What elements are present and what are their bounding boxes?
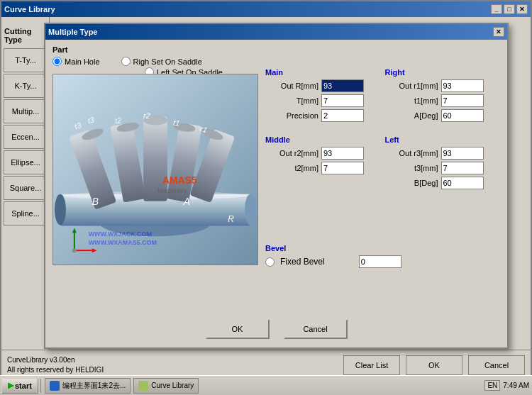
main-out-r-row: Out R[mm] [265, 79, 381, 92]
sidebar: Cutting Type T-Ty... K-Ty... Multip... E… [1, 17, 50, 350]
fixed-bevel-label: Fixed Bevel [280, 257, 325, 267]
editor-icon [50, 381, 60, 391]
start-label: start [15, 382, 32, 390]
bottom-line2: All rights reserved by HELDIGI [7, 365, 104, 375]
clock-display: 7:49 AM [503, 382, 529, 389]
title-bar-buttons: _ □ ✕ [491, 4, 528, 14]
svg-text:t2: t2 [114, 116, 122, 125]
sidebar-section-label: Cutting Type [1, 24, 49, 47]
taskbar: ▶ start 编程主界面1来2去... Curve Library EN 7:… [0, 375, 532, 395]
main-precision-label: Precision [265, 111, 318, 120]
svg-text:WWW.WXAMAS5.COM: WWW.WXAMAS5.COM [89, 239, 157, 246]
svg-text:R: R [228, 214, 234, 224]
middle-out-r2-input[interactable] [321, 147, 364, 160]
bottom-left-info: CurveLibrary v3.00en All rights reserved… [7, 355, 104, 375]
maximize-button[interactable]: □ [504, 4, 515, 14]
taskbar-curve-label: Curve Library [151, 382, 194, 389]
radio-right-set-label: Righ Set On Saddle [133, 57, 202, 66]
svg-text:A: A [183, 196, 190, 207]
main-ok-button[interactable]: OK [406, 355, 462, 375]
middle-section: Middle Out r2[mm] t2[mm] [265, 135, 381, 191]
part-radio-group: Main Hole Righ Set On Saddle [52, 57, 500, 66]
sidebar-item-eccentric[interactable]: Eccen... [4, 125, 48, 149]
middle-out-r2-label: Out r2[mm] [265, 149, 318, 157]
right-out-r1-row: Out r1[mm] [385, 79, 501, 92]
bottom-line1: CurveLibrary v3.00en [7, 355, 104, 365]
right-out-r1-input[interactable] [441, 79, 484, 92]
right-t1-input[interactable] [441, 94, 484, 107]
main-title-bar: Curve Library _ □ ✕ [1, 1, 531, 17]
right-adeg-label: A[Deg] [385, 111, 438, 120]
svg-text:r2: r2 [143, 111, 150, 120]
radio-main-hole-label: Main Hole [65, 57, 100, 66]
radio-main-hole[interactable]: Main Hole [52, 57, 100, 66]
radio-right-set[interactable]: Righ Set On Saddle [121, 57, 202, 66]
main-t-input[interactable] [321, 94, 364, 107]
sidebar-item-spline[interactable]: Spline... [4, 201, 48, 226]
start-button[interactable]: ▶ start [1, 378, 38, 394]
svg-text:Machinery: Machinery [157, 187, 187, 194]
svg-point-4 [245, 194, 256, 226]
left-bdeg-input[interactable] [441, 177, 484, 189]
main-t-label: T[mm] [265, 96, 318, 105]
main-window-title: Curve Library [4, 5, 55, 13]
multiple-type-dialog: Multiple Type ✕ Part Main Hole Righ Set … [44, 23, 509, 349]
radio-main-hole-input[interactable] [52, 57, 62, 66]
main-out-r-label: Out R[mm] [265, 82, 318, 90]
taskbar-divider-1 [40, 379, 41, 393]
taskbar-item-editor[interactable]: 编程主界面1来2去... [45, 378, 131, 394]
language-badge: EN [484, 380, 500, 391]
svg-text:t1: t1 [173, 118, 181, 128]
svg-text:AMAS5: AMAS5 [162, 174, 197, 186]
main-precision-input[interactable] [321, 109, 364, 122]
form-columns: Main Out R[mm] T[mm] Precision Right [265, 68, 500, 199]
middle-t2-label: t2[mm] [265, 164, 318, 172]
sidebar-item-square[interactable]: Square... [4, 176, 48, 200]
fixed-bevel-radio[interactable] [265, 257, 275, 267]
pipe-image-area: t3 t3 t2 r2 t1 r1 B A R WWW.WXJACK.COM [52, 74, 258, 265]
right-section: Right Out r1[mm] t1[mm] A[Deg] [385, 68, 501, 124]
right-adeg-row: A[Deg] [385, 109, 501, 122]
sidebar-item-multiple[interactable]: Multip... [4, 99, 48, 123]
dialog-title-text: Multiple Type [48, 28, 97, 36]
main-out-r-input[interactable] [321, 79, 364, 92]
sidebar-item-k-type[interactable]: K-Ty... [4, 74, 48, 98]
taskbar-item-curve[interactable]: Curve Library [133, 378, 199, 394]
sidebar-item-ellipse[interactable]: Ellipse... [4, 150, 48, 174]
clear-list-button[interactable]: Clear List [343, 355, 400, 375]
left-section-title: Left [385, 135, 501, 144]
pipe-illustration: t3 t3 t2 r2 t1 r1 B A R WWW.WXJACK.COM [53, 74, 257, 265]
middle-out-r2-row: Out r2[mm] [265, 147, 381, 160]
dialog-close-button[interactable]: ✕ [493, 27, 504, 37]
left-t3-label: t3[mm] [385, 164, 438, 172]
middle-t2-row: t2[mm] [265, 162, 381, 174]
left-out-r3-input[interactable] [441, 147, 484, 160]
svg-point-3 [55, 194, 66, 226]
dialog-cancel-button[interactable]: Cancel [284, 319, 348, 339]
right-t1-row: t1[mm] [385, 94, 501, 107]
radio-right-set-input[interactable] [121, 57, 131, 66]
bevel-section: Bevel Fixed Bevel [265, 244, 500, 268]
dialog-ok-button[interactable]: OK [206, 319, 270, 339]
left-t3-input[interactable] [441, 162, 484, 174]
bevel-row: Fixed Bevel [265, 255, 500, 268]
middle-t2-input[interactable] [321, 162, 364, 174]
right-t1-label: t1[mm] [385, 96, 438, 105]
main-window: Curve Library _ □ ✕ Cutting Type T-Ty...… [0, 0, 532, 381]
svg-text:B: B [92, 196, 99, 207]
left-bdeg-row: B[Deg] [385, 177, 501, 189]
close-button[interactable]: ✕ [516, 4, 528, 14]
left-t3-row: t3[mm] [385, 162, 501, 174]
svg-point-29 [72, 248, 77, 252]
bevel-value-input[interactable] [359, 255, 401, 268]
part-label: Part [52, 45, 500, 54]
sidebar-item-t-type[interactable]: T-Ty... [4, 48, 48, 72]
right-adeg-input[interactable] [441, 109, 484, 122]
bottom-buttons: Clear List OK Cancel [343, 355, 525, 375]
main-section-title: Main [265, 68, 381, 77]
main-t-row: T[mm] [265, 94, 381, 107]
main-cancel-button[interactable]: Cancel [468, 355, 525, 375]
main-precision-row: Precision [265, 109, 381, 122]
curve-icon [138, 381, 148, 391]
minimize-button[interactable]: _ [491, 4, 502, 14]
